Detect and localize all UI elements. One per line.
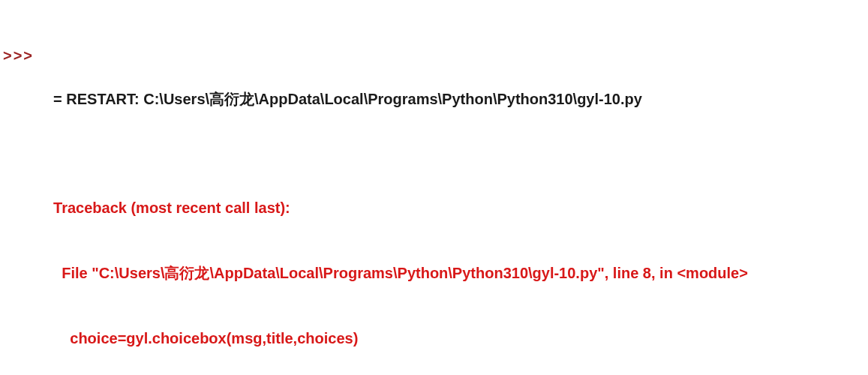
output-block: = RESTART: C:\Users\高衍龙\AppData\Local\Pr… xyxy=(40,45,865,375)
idle-shell-output[interactable]: >>> = RESTART: C:\Users\高衍龙\AppData\Loca… xyxy=(3,2,865,375)
traceback-line: File "C:\Users\高衍龙\AppData\Local\Program… xyxy=(53,262,865,284)
traceback-block: Traceback (most recent call last): File … xyxy=(53,154,865,375)
traceback-line: choice=gyl.choicebox(msg,title,choices) xyxy=(53,328,865,350)
traceback-line: Traceback (most recent call last): xyxy=(53,197,865,219)
shell-prompt: >>> xyxy=(3,45,40,67)
restart-line: = RESTART: C:\Users\高衍龙\AppData\Local\Pr… xyxy=(53,88,865,110)
